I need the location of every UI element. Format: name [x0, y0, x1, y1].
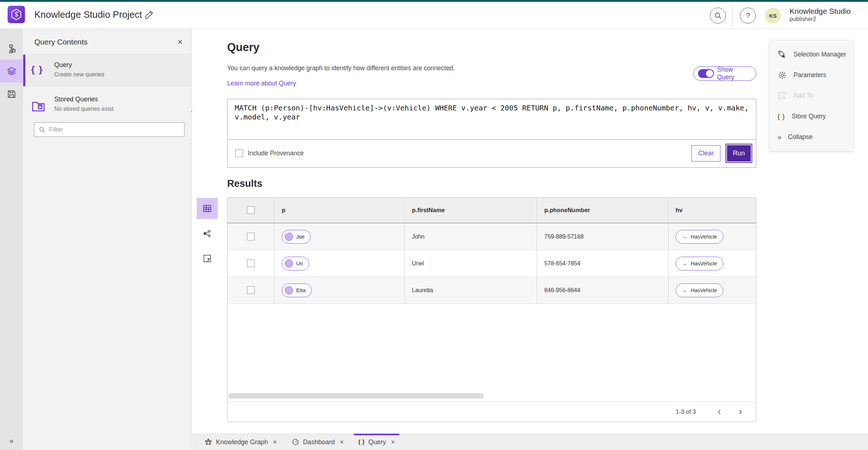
collapse-label: Collapse	[788, 133, 813, 141]
selected-indicator	[23, 55, 25, 86]
entity-label: Etta	[296, 287, 306, 293]
layers-rail-button[interactable]	[0, 60, 23, 83]
results-view-toolbar	[197, 198, 218, 273]
user-info[interactable]: Knowledge Studio publisher2	[790, 7, 851, 22]
entity-pill[interactable]: Uri	[282, 257, 309, 270]
table-view-button[interactable]	[197, 198, 218, 219]
include-provenance-label: Include Provenance	[248, 150, 304, 157]
entity-pill[interactable]: Etta	[282, 283, 312, 297]
column-header-firstname[interactable]: p.firstName	[405, 198, 537, 223]
stored-queries-folder-icon	[31, 98, 46, 113]
parameters-item[interactable]: Parameters	[770, 65, 853, 85]
add-to-item: Add To	[770, 85, 853, 106]
braces-icon: { }	[31, 64, 43, 75]
help-glyph: ?	[746, 12, 750, 20]
store-query-item[interactable]: { } Store Query	[770, 106, 853, 127]
table-row: Etta Lauretta 846-956-8644 →HasVehicle	[227, 277, 756, 304]
user-login-name: publisher2	[790, 16, 851, 22]
query-editor-panel: MATCH (p:Person)-[hv:HasVehicle]->(v:Veh…	[227, 99, 756, 168]
horizontal-scrollbar-thumb[interactable]	[228, 393, 484, 399]
collapse-icon: »	[778, 133, 782, 141]
entity-label: Uri	[296, 261, 303, 266]
table-row: Joe John 759-889-57168 →HasVehicle	[227, 223, 756, 250]
query-view: Query You can query a knowledge graph to…	[192, 29, 868, 434]
selection-manager-label: Selection Manager	[793, 51, 846, 58]
row-checkbox[interactable]	[247, 260, 255, 267]
learn-more-link[interactable]: Learn more about Query	[227, 80, 296, 87]
tab-query[interactable]: { } Query ×	[351, 434, 402, 450]
entity-pill[interactable]: Joe	[282, 230, 311, 244]
relationship-pill[interactable]: →HasVehicle	[676, 283, 723, 297]
collapse-item[interactable]: » Collapse	[770, 127, 853, 147]
help-button[interactable]: ?	[740, 8, 756, 24]
save-rail-button[interactable]	[0, 83, 23, 105]
parameters-label: Parameters	[793, 71, 826, 79]
left-icon-rail: »	[0, 29, 23, 450]
expand-rail-icon[interactable]: »	[0, 437, 23, 445]
page-title: Query	[227, 41, 260, 54]
row-checkbox[interactable]	[247, 286, 255, 294]
run-button[interactable]: Run	[727, 145, 751, 161]
clear-button[interactable]: Clear	[692, 145, 720, 161]
include-provenance-checkbox[interactable]	[235, 150, 243, 157]
gear-icon	[778, 71, 787, 80]
select-all-checkbox[interactable]	[247, 206, 255, 214]
toggle-label: Show Query	[717, 66, 752, 81]
next-page-button[interactable]	[735, 407, 746, 417]
toggle-switch[interactable]	[698, 69, 714, 78]
top-accent-strip	[0, 0, 868, 2]
relationship-label: HasVehicle	[691, 261, 717, 266]
app-logo[interactable]	[8, 6, 25, 23]
query-editor-input[interactable]: MATCH (p:Person)-[hv:HasVehicle]->(v:Veh…	[227, 99, 756, 140]
stored-queries-sublabel: No stored queries exist	[54, 106, 114, 112]
panel-close-icon[interactable]: ×	[178, 37, 183, 47]
tab-dashboard[interactable]: Dashboard ×	[284, 434, 351, 450]
relationship-pill[interactable]: →HasVehicle	[676, 257, 723, 270]
page-description: You can query a knowledge graph to ident…	[227, 64, 455, 72]
data-model-rail-button[interactable]	[0, 37, 23, 60]
entity-dot-icon	[285, 233, 293, 241]
toggle-knob	[706, 70, 713, 77]
filter-field	[34, 122, 184, 137]
table-header-row: p p.firstName p.phoneNumber hv	[227, 198, 756, 223]
braces-icon: { }	[778, 113, 785, 121]
close-tab-icon[interactable]: ×	[340, 438, 344, 446]
link-chart-view-button[interactable]	[197, 223, 218, 244]
cell-firstname: Uriel	[412, 260, 424, 267]
selection-manager-item[interactable]: Selection Manager	[770, 44, 853, 65]
previous-page-button[interactable]	[714, 407, 725, 417]
column-header-hv[interactable]: hv	[668, 198, 756, 223]
column-header-phonenumber[interactable]: p.phoneNumber	[537, 198, 668, 223]
panel-title: Query Contents	[34, 38, 88, 46]
table-pagination: 1-3 of 3	[227, 401, 756, 422]
row-checkbox[interactable]	[247, 233, 255, 240]
column-header-p[interactable]: p	[275, 198, 405, 223]
selection-manager-icon	[778, 50, 787, 59]
cell-phonenumber: 759-889-57168	[544, 234, 584, 240]
edit-title-icon[interactable]	[144, 9, 156, 21]
cell-firstname: John	[412, 234, 425, 240]
table-row: Uri Uriel 578-654-7854 →HasVehicle	[227, 250, 756, 277]
arrow-right-icon: →	[682, 260, 688, 267]
results-table-card: p p.firstName p.phoneNumber hv Joe John …	[227, 197, 756, 422]
dashboard-icon	[292, 438, 299, 446]
user-avatar[interactable]: KS	[765, 8, 781, 24]
relationship-pill[interactable]: →HasVehicle	[676, 230, 723, 244]
arrow-right-icon: →	[682, 234, 688, 240]
stored-queries-section[interactable]: Stored Queries No stored queries exist	[23, 93, 191, 119]
close-tab-icon[interactable]: ×	[391, 438, 395, 446]
header-divider	[732, 5, 732, 26]
query-list-item[interactable]: { } Query Create new queries	[23, 55, 191, 87]
show-query-toggle[interactable]: Show Query	[693, 66, 756, 81]
results-title: Results	[227, 178, 263, 189]
braces-icon: { }	[358, 438, 365, 446]
panel-header: Query Contents ×	[23, 29, 191, 54]
map-view-button[interactable]	[197, 248, 218, 269]
cell-phonenumber: 578-654-7854	[544, 260, 580, 267]
filter-input[interactable]	[49, 126, 180, 133]
search-button[interactable]	[710, 8, 726, 24]
close-tab-icon[interactable]: ×	[273, 438, 277, 446]
entity-dot-icon	[285, 260, 293, 268]
tab-knowledge-graph[interactable]: Knowledge Graph ×	[197, 434, 284, 450]
entity-dot-icon	[285, 286, 293, 294]
